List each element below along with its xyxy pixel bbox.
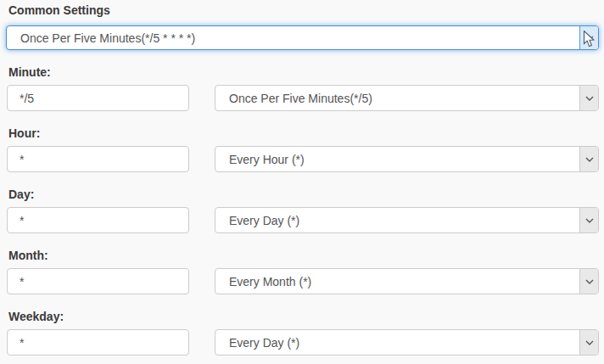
month-preset-select[interactable]: Every Month (*) (215, 268, 599, 294)
chevron-down-icon[interactable] (579, 26, 598, 49)
chevron-down-icon[interactable] (579, 86, 598, 110)
weekday-preset-selected-value: Every Day (*) (215, 336, 579, 350)
minute-input[interactable] (7, 85, 189, 111)
common-settings-label: Common Settings (8, 3, 110, 18)
hour-input[interactable] (7, 146, 189, 172)
hour-label: Hour: (8, 126, 40, 141)
chevron-down-icon[interactable] (579, 330, 598, 355)
day-preset-select[interactable]: Every Day (*) (215, 207, 599, 233)
day-input[interactable] (7, 207, 189, 233)
common-settings-selected-value: Once Per Five Minutes(*/5 * * * *) (7, 31, 579, 45)
day-preset-selected-value: Every Day (*) (215, 214, 579, 227)
month-preset-selected-value: Every Month (*) (215, 275, 579, 288)
minute-label: Minute: (8, 65, 51, 80)
hour-preset-selected-value: Every Hour (*) (215, 153, 579, 166)
minute-preset-select[interactable]: Once Per Five Minutes(*/5) (215, 85, 599, 111)
month-input[interactable] (7, 268, 189, 294)
weekday-preset-select[interactable]: Every Day (*) (215, 329, 599, 356)
weekday-label: Weekday: (8, 310, 64, 324)
hour-preset-select[interactable]: Every Hour (*) (215, 146, 599, 172)
chevron-down-icon[interactable] (579, 147, 598, 171)
weekday-input[interactable] (7, 329, 189, 356)
chevron-down-icon[interactable] (579, 269, 598, 294)
minute-preset-selected-value: Once Per Five Minutes(*/5) (215, 92, 579, 105)
day-label: Day: (8, 188, 34, 202)
common-settings-select[interactable]: Once Per Five Minutes(*/5 * * * *) (6, 25, 599, 50)
chevron-down-icon[interactable] (579, 208, 598, 232)
month-label: Month: (8, 249, 48, 263)
